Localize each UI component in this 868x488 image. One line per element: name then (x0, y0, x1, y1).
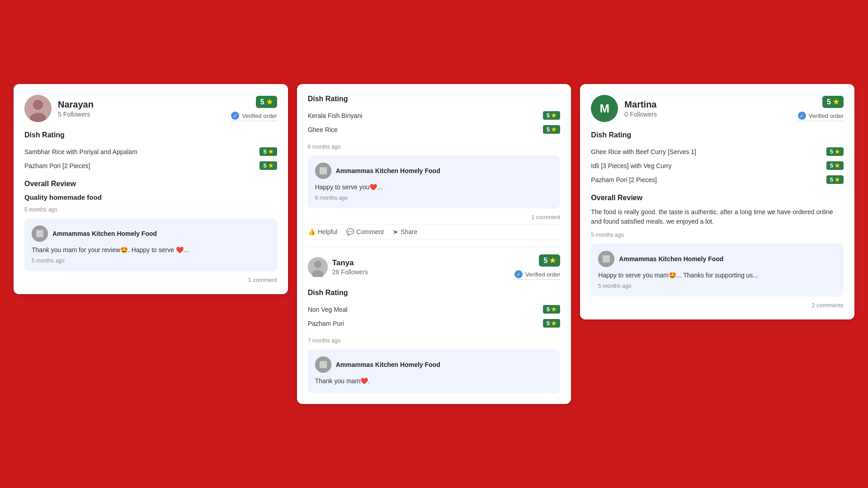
martina-card: M Martina 0 Followers 5 ★ ✓ Verified ord… (580, 84, 854, 319)
reply-timestamp: 5 months ago (32, 258, 270, 264)
dish-name: Idli [3 Pieces] with Veg Curry (591, 162, 671, 169)
dish-rating-title: Dish Rating (24, 131, 277, 139)
svg-point-8 (314, 261, 321, 268)
dish-name: Ghee Rice (308, 126, 338, 133)
dish-name: Pazham Pori [2 Pieces] (591, 176, 657, 183)
tanya-reply-box: Ammammas Kitchen Homely Food Thank you m… (308, 349, 561, 393)
martina-verified: ✓ Verified order (798, 112, 844, 121)
header-right: 5 ★ ✓ Verified order (231, 96, 277, 121)
tanya-header: Tanya 28 Followers 5 ★ ✓ Verified order (308, 254, 561, 280)
tanya-timestamp: 7 months ago (308, 338, 561, 344)
dish-rating-title: Dish Rating (591, 131, 844, 139)
card-header: Narayan 5 Followers 5 ★ ✓ Verified order (24, 95, 277, 122)
overall-title: Overall Review (591, 194, 844, 202)
share-button[interactable]: ➤ Share (393, 228, 417, 235)
dish-score: 5 ★ (826, 175, 844, 184)
verified-icon: ✓ (798, 112, 806, 120)
reply-text: Happy to serve you mam🤩... Thanks for su… (598, 271, 836, 280)
comment-button[interactable]: 💬 Comment (346, 228, 384, 235)
reply-box: Ammammas Kitchen Homely Food Happy to se… (308, 155, 561, 208)
reply-avatar (315, 163, 331, 179)
helpful-button[interactable]: 👍 Helpful (308, 228, 338, 235)
overall-title: Overall Review (24, 180, 277, 188)
dish-score: 5 ★ (543, 125, 560, 134)
dish-name: Sambhar Rice with Poriyal and Appalam (24, 148, 137, 155)
svg-rect-11 (320, 361, 327, 368)
tanya-dish-rating: Dish Rating Non Veg Meal 5 ★ Pazham Puri… (308, 289, 561, 330)
martina-name: Martina (624, 99, 657, 110)
verified-icon: ✓ (231, 112, 239, 120)
svg-rect-6 (320, 167, 327, 174)
martina-timestamp: 5 months ago (591, 232, 844, 238)
tanya-details: Tanya 28 Followers (332, 258, 368, 276)
user-details: Narayan 5 Followers (58, 99, 94, 118)
dish-score: 5 ★ (543, 305, 560, 314)
reply-name: Ammammas Kitchen Homely Food (619, 255, 723, 263)
tanya-verified: ✓ Verified order (514, 270, 560, 280)
middle-card: Dish Rating Kerala Fish Biriyani 5 ★ Ghe… (297, 84, 571, 404)
verified-icon: ✓ (514, 270, 523, 278)
narayan-card: Narayan 5 Followers 5 ★ ✓ Verified order… (14, 84, 288, 294)
share-icon: ➤ (393, 228, 398, 235)
star-icon: ★ (833, 98, 839, 106)
reply-avatar (598, 251, 614, 267)
dish-row: Ghee Rice 5 ★ (308, 122, 561, 136)
dish-score: 5 ★ (259, 147, 277, 156)
tanya-header-right: 5 ★ ✓ Verified order (514, 254, 560, 280)
comment-count: 1 comment (24, 277, 277, 283)
reply-name: Ammammas Kitchen Homely Food (336, 361, 440, 368)
dish-rating-section: Dish Rating Sambhar Rice with Poriyal an… (24, 131, 277, 173)
review-text: Quality homemade food (24, 193, 277, 201)
reply-timestamp: 6 months ago (315, 195, 553, 201)
star-icon: ★ (549, 256, 556, 265)
reply-header: Ammammas Kitchen Homely Food (32, 225, 270, 242)
dish-name: Non Veg Meal (308, 306, 348, 313)
reply-avatar (315, 357, 331, 373)
review-timestamp: 6 months ago (308, 144, 561, 150)
svg-rect-4 (36, 230, 43, 237)
reply-name: Ammammas Kitchen Homely Food (336, 167, 440, 174)
tanya-followers: 28 Followers (332, 268, 368, 276)
martina-followers: 0 Followers (624, 111, 657, 118)
dish-row: Pazham Pori [2 Pieces] 5 ★ (24, 159, 277, 173)
reply-header: Ammammas Kitchen Homely Food (315, 163, 553, 179)
dish-score: 5 ★ (826, 147, 844, 156)
helpful-icon: 👍 (308, 228, 316, 235)
dish-row: Ghee Rice with Beef Curry [Serves 1] 5 ★ (591, 145, 844, 159)
verified-order: ✓ Verified order (231, 112, 277, 121)
comment-count: 1 comment (308, 214, 561, 221)
dish-row: Idli [3 Pieces] with Veg Curry 5 ★ (591, 159, 844, 173)
martina-header: M Martina 0 Followers 5 ★ ✓ Verified ord… (591, 95, 844, 122)
user-name: Narayan (58, 99, 94, 110)
dish-score: 5 ★ (826, 161, 844, 170)
tanya-user-info: Tanya 28 Followers (308, 257, 368, 277)
martina-user-info: M Martina 0 Followers (591, 95, 657, 122)
dish-name: Pazham Pori [2 Pieces] (24, 162, 90, 169)
tanya-rating-badge: 5 ★ (539, 254, 560, 267)
review-text: The food is really good. the taste is au… (591, 207, 844, 226)
martina-details: Martina 0 Followers (624, 99, 657, 118)
review-timestamp: 5 months ago (24, 206, 277, 213)
cards-container: Narayan 5 Followers 5 ★ ✓ Verified order… (14, 84, 854, 404)
reply-timestamp: 5 months ago (598, 283, 836, 289)
dish-row: Kerala Fish Biriyani 5 ★ (308, 108, 561, 122)
svg-point-1 (33, 100, 43, 110)
martina-dish-rating: Dish Rating Ghee Rice with Beef Curry [S… (591, 131, 844, 187)
dish-row: Pazham Puri 5 ★ (308, 316, 561, 330)
reply-avatar (32, 225, 48, 242)
svg-rect-13 (603, 255, 610, 263)
reply-text: Thank you mam for your review🤩. Happy to… (32, 245, 270, 255)
comment-icon: 💬 (346, 228, 354, 235)
dish-score: 5 ★ (543, 319, 560, 328)
reply-name: Ammammas Kitchen Homely Food (52, 230, 157, 237)
star-icon: ★ (266, 98, 273, 106)
reply-text: Happy to serve you❤️... (315, 183, 553, 192)
martina-header-right: 5 ★ ✓ Verified order (798, 96, 844, 121)
dish-row: Non Veg Meal 5 ★ (308, 302, 561, 316)
martina-reply-box: Ammammas Kitchen Homely Food Happy to se… (591, 244, 844, 296)
reply-box: Ammammas Kitchen Homely Food Thank you m… (24, 218, 277, 271)
dish-row: Pazham Pori [2 Pieces] 5 ★ (591, 173, 844, 187)
dish-name: Kerala Fish Biriyani (308, 112, 363, 119)
tanya-name: Tanya (332, 258, 368, 267)
reply-header: Ammammas Kitchen Homely Food (315, 357, 553, 373)
